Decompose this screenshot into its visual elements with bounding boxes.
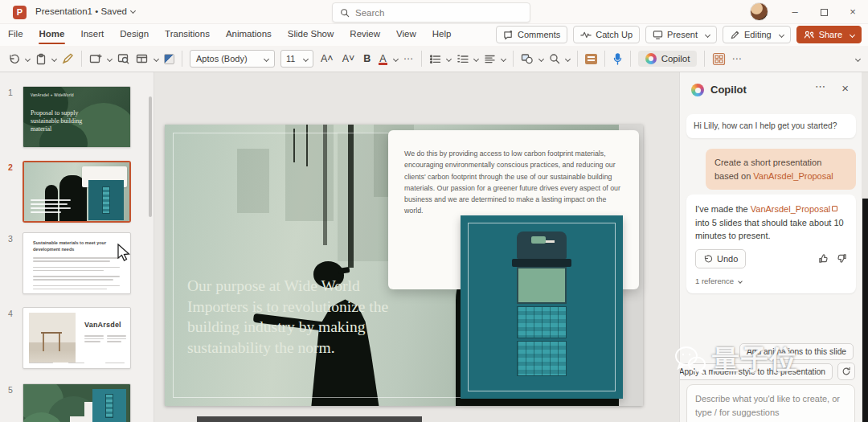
share-label: Share bbox=[819, 30, 842, 39]
search-icon bbox=[340, 8, 350, 18]
thumbnail-scrollbar[interactable] bbox=[149, 96, 152, 217]
add-ins-icon[interactable] bbox=[585, 54, 597, 64]
slide-5-number: 5 bbox=[8, 385, 21, 395]
chevron-down-icon bbox=[538, 55, 544, 61]
tab-view[interactable]: View bbox=[388, 24, 424, 46]
prompt-file-link[interactable]: VanArsdel_Proposal bbox=[753, 171, 833, 181]
container-ship-image[interactable] bbox=[461, 215, 623, 399]
tab-transitions[interactable]: Transitions bbox=[157, 24, 218, 46]
find-button[interactable] bbox=[549, 53, 570, 64]
quick-toolbar: Aptos (Body) 11 A˄ A˅ B A ⋯ bbox=[0, 46, 868, 72]
copilot-input[interactable]: Describe what you'd like to create, or t… bbox=[686, 384, 855, 422]
editing-button[interactable]: Editing bbox=[723, 26, 791, 43]
copilot-toolbar-label: Copilot bbox=[661, 54, 690, 64]
comments-button[interactable]: Comments bbox=[496, 26, 567, 43]
people-icon bbox=[804, 30, 815, 39]
catch-up-button[interactable]: Catch Up bbox=[573, 26, 640, 43]
align-button[interactable] bbox=[484, 54, 506, 64]
slide-1-thumbnail[interactable]: VanArsdel + WideWorld Proposal to supply… bbox=[23, 86, 131, 148]
copilot-panel: Copilot ⋯ × Hi Lilly, how can I help get… bbox=[679, 72, 862, 422]
search-placeholder: Search bbox=[355, 8, 384, 18]
suggestion-chip-style[interactable]: Apply a modern style to the presentation bbox=[679, 363, 833, 380]
tab-insert[interactable]: Insert bbox=[72, 24, 112, 46]
font-name-select[interactable]: Aptos (Body) bbox=[190, 50, 275, 68]
chevron-down-icon bbox=[154, 55, 159, 61]
avatar[interactable] bbox=[750, 2, 768, 21]
refresh-icon bbox=[841, 367, 851, 376]
bullets-button[interactable] bbox=[429, 54, 451, 64]
tab-animations[interactable]: Animations bbox=[218, 24, 280, 46]
share-button[interactable]: Share bbox=[796, 26, 862, 43]
copilot-close-button[interactable]: × bbox=[841, 81, 849, 95]
suggestion-chip-animations[interactable]: Add animations to this slide bbox=[739, 343, 854, 360]
chevron-down-icon bbox=[51, 55, 57, 61]
minimize-button[interactable]: – bbox=[781, 0, 809, 24]
tab-help[interactable]: Help bbox=[424, 24, 460, 46]
powerpoint-window: P Presentation1 • Saved Search – × File … bbox=[0, 0, 868, 422]
slide-4-thumbnail[interactable]: VanArsdel bbox=[23, 307, 131, 369]
more-font-options-button[interactable]: ⋯ bbox=[403, 53, 414, 64]
bold-button[interactable]: B bbox=[362, 53, 372, 64]
tab-review[interactable]: Review bbox=[342, 24, 388, 46]
copilot-icon bbox=[691, 84, 704, 96]
user-prompt-message: Create a short presentation based on Van… bbox=[706, 149, 856, 190]
font-name-value: Aptos (Body) bbox=[196, 54, 248, 64]
slide-2-thumbnail[interactable] bbox=[23, 161, 131, 223]
font-color-button[interactable]: A bbox=[378, 53, 397, 64]
tab-home[interactable]: Home bbox=[31, 24, 73, 46]
pulse-icon bbox=[580, 30, 592, 39]
layout-button[interactable] bbox=[136, 53, 158, 64]
response-actions: Undo bbox=[695, 249, 847, 269]
close-button[interactable]: × bbox=[839, 0, 866, 24]
chevron-down-icon bbox=[738, 279, 743, 284]
copilot-more-button[interactable]: ⋯ bbox=[815, 80, 826, 92]
slide-quote-text[interactable]: Our purpose at Wide World Importers is t… bbox=[187, 276, 390, 358]
ribbon-tabs: File Home Insert Design Transitions Anim… bbox=[0, 24, 868, 46]
current-slide[interactable]: Our purpose at Wide World Importers is t… bbox=[165, 125, 643, 406]
thumbs-up-icon[interactable] bbox=[818, 253, 829, 264]
slide-3-thumbnail[interactable]: Sustainable materials to meet your devel… bbox=[23, 232, 131, 294]
response-file-link[interactable]: VanArsdel_Proposal bbox=[751, 204, 830, 214]
chevron-down-icon bbox=[107, 55, 113, 61]
designer-icon[interactable] bbox=[164, 54, 174, 64]
thumbs-down-icon[interactable] bbox=[837, 253, 847, 264]
designer-pane-button[interactable] bbox=[712, 52, 726, 66]
tab-design[interactable]: Design bbox=[112, 24, 157, 46]
font-size-select[interactable]: 11 bbox=[280, 50, 313, 68]
microphone-icon bbox=[612, 53, 623, 65]
response-text-prefix: I've made the bbox=[695, 204, 751, 214]
document-title[interactable]: Presentation1 • Saved bbox=[35, 6, 135, 16]
undo-button-copilot[interactable]: Undo bbox=[695, 249, 746, 269]
shrink-font-button[interactable]: A˅ bbox=[341, 53, 357, 64]
reuse-slides-button[interactable] bbox=[117, 53, 130, 64]
maximize-button[interactable] bbox=[810, 0, 837, 24]
numbering-button[interactable] bbox=[457, 54, 478, 64]
format-painter-button[interactable] bbox=[62, 53, 74, 64]
undo-button[interactable] bbox=[8, 53, 30, 65]
tab-file[interactable]: File bbox=[0, 24, 31, 46]
slide-4-brand: VanArsdel bbox=[84, 321, 121, 329]
grow-font-button[interactable]: A˄ bbox=[319, 53, 335, 64]
copilot-toolbar-button[interactable]: Copilot bbox=[638, 51, 698, 67]
dictate-button[interactable] bbox=[612, 53, 623, 65]
tab-slide-show[interactable]: Slide Show bbox=[280, 24, 342, 46]
shapes-button[interactable] bbox=[521, 53, 543, 64]
paste-button[interactable] bbox=[35, 53, 56, 65]
search-input[interactable]: Search bbox=[332, 2, 530, 23]
notes-bar[interactable] bbox=[197, 416, 422, 422]
reference-toggle[interactable]: 1 reference bbox=[695, 276, 847, 287]
undo-icon bbox=[703, 254, 713, 264]
new-slide-button[interactable] bbox=[89, 53, 112, 64]
refresh-suggestions-button[interactable] bbox=[837, 363, 855, 380]
editing-label: Editing bbox=[744, 30, 772, 39]
undo-label: Undo bbox=[717, 252, 738, 266]
slide-5-thumbnail[interactable] bbox=[23, 383, 131, 422]
chevron-down-icon bbox=[473, 55, 479, 61]
present-button[interactable]: Present bbox=[645, 26, 717, 43]
slide-1-number: 1 bbox=[8, 88, 21, 97]
font-size-value: 11 bbox=[286, 54, 295, 64]
toolbar-overflow-button[interactable]: ⋯ bbox=[731, 53, 742, 64]
chevron-down-icon bbox=[130, 8, 136, 14]
collapse-ribbon-button[interactable] bbox=[852, 57, 860, 61]
slide-3-number: 3 bbox=[8, 234, 21, 244]
